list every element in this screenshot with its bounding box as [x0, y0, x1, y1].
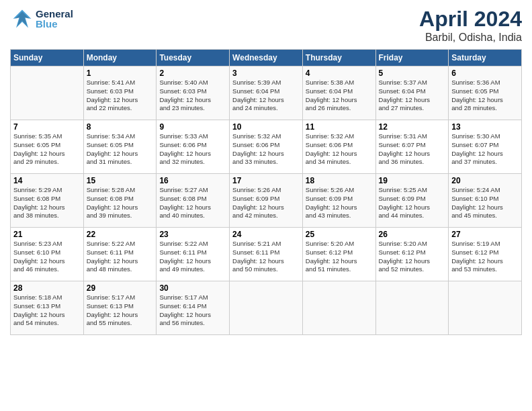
logo-label: General Blue — [36, 9, 73, 29]
day-number: 13 — [451, 122, 519, 132]
calendar-cell: 7Sunrise: 5:35 AM Sunset: 6:05 PM Daylig… — [11, 120, 84, 174]
day-info: Sunrise: 5:30 AM Sunset: 6:07 PM Dayligh… — [451, 132, 519, 167]
calendar-cell — [230, 281, 303, 335]
logo-general-text: General — [36, 9, 73, 19]
calendar-cell: 27Sunrise: 5:19 AM Sunset: 6:12 PM Dayli… — [449, 228, 522, 281]
day-info: Sunrise: 5:21 AM Sunset: 6:11 PM Dayligh… — [232, 240, 300, 274]
calendar-table: SundayMondayTuesdayWednesdayThursdayFrid… — [10, 49, 522, 335]
calendar-cell: 22Sunrise: 5:22 AM Sunset: 6:11 PM Dayli… — [83, 228, 157, 281]
calendar-cell: 28Sunrise: 5:18 AM Sunset: 6:13 PM Dayli… — [11, 281, 84, 335]
weekday-header-monday: Monday — [83, 50, 157, 66]
weekday-header-thursday: Thursday — [302, 50, 375, 66]
day-info: Sunrise: 5:25 AM Sunset: 6:09 PM Dayligh… — [379, 186, 446, 220]
day-number: 7 — [13, 122, 81, 132]
calendar-cell — [302, 281, 375, 335]
calendar-cell: 30Sunrise: 5:17 AM Sunset: 6:14 PM Dayli… — [157, 281, 230, 335]
day-info: Sunrise: 5:31 AM Sunset: 6:07 PM Dayligh… — [379, 132, 446, 167]
calendar-cell: 15Sunrise: 5:28 AM Sunset: 6:08 PM Dayli… — [83, 174, 157, 228]
calendar-cell: 14Sunrise: 5:29 AM Sunset: 6:08 PM Dayli… — [11, 174, 84, 228]
day-number: 29 — [87, 283, 154, 293]
day-number: 17 — [232, 176, 300, 185]
day-info: Sunrise: 5:35 AM Sunset: 6:05 PM Dayligh… — [13, 132, 81, 167]
day-number: 23 — [159, 230, 226, 239]
day-info: Sunrise: 5:24 AM Sunset: 6:10 PM Dayligh… — [451, 186, 519, 220]
day-info: Sunrise: 5:32 AM Sunset: 6:06 PM Dayligh… — [306, 132, 373, 167]
calendar-cell: 24Sunrise: 5:21 AM Sunset: 6:11 PM Dayli… — [230, 228, 303, 281]
month-title: April 2024 — [419, 7, 522, 32]
day-number: 27 — [451, 230, 519, 239]
day-number: 9 — [159, 122, 226, 132]
day-number: 26 — [379, 230, 446, 239]
day-info: Sunrise: 5:37 AM Sunset: 6:04 PM Dayligh… — [379, 79, 446, 113]
week-row-2: 7Sunrise: 5:35 AM Sunset: 6:05 PM Daylig… — [11, 120, 522, 174]
day-info: Sunrise: 5:33 AM Sunset: 6:06 PM Dayligh… — [159, 132, 226, 167]
day-info: Sunrise: 5:22 AM Sunset: 6:11 PM Dayligh… — [87, 240, 154, 274]
day-number: 19 — [379, 176, 446, 185]
weekday-header-sunday: Sunday — [11, 50, 84, 66]
calendar-cell: 8Sunrise: 5:34 AM Sunset: 6:05 PM Daylig… — [83, 120, 157, 174]
week-row-4: 21Sunrise: 5:23 AM Sunset: 6:10 PM Dayli… — [11, 228, 522, 281]
calendar-cell — [375, 281, 449, 335]
day-info: Sunrise: 5:39 AM Sunset: 6:04 PM Dayligh… — [232, 79, 300, 113]
day-number: 1 — [87, 68, 154, 78]
calendar-cell: 19Sunrise: 5:25 AM Sunset: 6:09 PM Dayli… — [375, 174, 449, 228]
day-info: Sunrise: 5:26 AM Sunset: 6:09 PM Dayligh… — [306, 186, 373, 220]
logo: General Blue — [10, 7, 73, 31]
calendar-cell: 5Sunrise: 5:37 AM Sunset: 6:04 PM Daylig… — [375, 66, 449, 120]
calendar-cell: 17Sunrise: 5:26 AM Sunset: 6:09 PM Dayli… — [230, 174, 303, 228]
calendar-cell: 4Sunrise: 5:38 AM Sunset: 6:04 PM Daylig… — [302, 66, 375, 120]
day-info: Sunrise: 5:29 AM Sunset: 6:08 PM Dayligh… — [13, 186, 81, 220]
day-info: Sunrise: 5:18 AM Sunset: 6:13 PM Dayligh… — [13, 293, 81, 328]
logo-blue-text: Blue — [36, 19, 73, 29]
weekday-header-wednesday: Wednesday — [230, 50, 303, 66]
calendar-cell: 18Sunrise: 5:26 AM Sunset: 6:09 PM Dayli… — [302, 174, 375, 228]
day-number: 30 — [159, 283, 226, 293]
day-info: Sunrise: 5:23 AM Sunset: 6:10 PM Dayligh… — [13, 240, 81, 274]
calendar-cell: 26Sunrise: 5:20 AM Sunset: 6:12 PM Dayli… — [375, 228, 449, 281]
calendar-cell: 25Sunrise: 5:20 AM Sunset: 6:12 PM Dayli… — [302, 228, 375, 281]
calendar-cell: 16Sunrise: 5:27 AM Sunset: 6:08 PM Dayli… — [157, 174, 230, 228]
calendar-cell: 9Sunrise: 5:33 AM Sunset: 6:06 PM Daylig… — [157, 120, 230, 174]
day-info: Sunrise: 5:34 AM Sunset: 6:05 PM Dayligh… — [87, 132, 154, 167]
day-number: 28 — [13, 283, 81, 293]
day-number: 15 — [87, 176, 154, 185]
day-info: Sunrise: 5:19 AM Sunset: 6:12 PM Dayligh… — [451, 240, 519, 274]
day-info: Sunrise: 5:28 AM Sunset: 6:08 PM Dayligh… — [87, 186, 154, 220]
subtitle: Barbil, Odisha, India — [419, 32, 522, 44]
calendar-cell: 2Sunrise: 5:40 AM Sunset: 6:03 PM Daylig… — [157, 66, 230, 120]
day-info: Sunrise: 5:20 AM Sunset: 6:12 PM Dayligh… — [306, 240, 373, 274]
svg-marker-1 — [15, 11, 30, 26]
day-number: 6 — [451, 68, 519, 78]
day-number: 11 — [306, 122, 373, 132]
day-info: Sunrise: 5:20 AM Sunset: 6:12 PM Dayligh… — [379, 240, 446, 274]
day-number: 16 — [159, 176, 226, 185]
weekday-header-saturday: Saturday — [449, 50, 522, 66]
weekday-header-tuesday: Tuesday — [157, 50, 230, 66]
week-row-1: 1Sunrise: 5:41 AM Sunset: 6:03 PM Daylig… — [11, 66, 522, 120]
day-number: 8 — [87, 122, 154, 132]
calendar-cell: 10Sunrise: 5:32 AM Sunset: 6:06 PM Dayli… — [230, 120, 303, 174]
day-info: Sunrise: 5:26 AM Sunset: 6:09 PM Dayligh… — [232, 186, 300, 220]
calendar-cell: 6Sunrise: 5:36 AM Sunset: 6:05 PM Daylig… — [449, 66, 522, 120]
calendar-cell: 20Sunrise: 5:24 AM Sunset: 6:10 PM Dayli… — [449, 174, 522, 228]
calendar-cell: 29Sunrise: 5:17 AM Sunset: 6:13 PM Dayli… — [83, 281, 157, 335]
calendar-cell: 12Sunrise: 5:31 AM Sunset: 6:07 PM Dayli… — [375, 120, 449, 174]
day-number: 12 — [379, 122, 446, 132]
day-number: 25 — [306, 230, 373, 239]
day-number: 14 — [13, 176, 81, 185]
calendar-cell: 1Sunrise: 5:41 AM Sunset: 6:03 PM Daylig… — [83, 66, 157, 120]
day-number: 3 — [232, 68, 300, 78]
calendar-cell: 23Sunrise: 5:22 AM Sunset: 6:11 PM Dayli… — [157, 228, 230, 281]
logo-icon — [10, 7, 34, 31]
day-info: Sunrise: 5:22 AM Sunset: 6:11 PM Dayligh… — [159, 240, 226, 274]
day-number: 5 — [379, 68, 446, 78]
calendar-cell: 11Sunrise: 5:32 AM Sunset: 6:06 PM Dayli… — [302, 120, 375, 174]
day-info: Sunrise: 5:17 AM Sunset: 6:14 PM Dayligh… — [159, 293, 226, 328]
day-info: Sunrise: 5:17 AM Sunset: 6:13 PM Dayligh… — [87, 293, 154, 328]
day-number: 21 — [13, 230, 81, 239]
day-number: 22 — [87, 230, 154, 239]
calendar-cell — [11, 66, 84, 120]
day-number: 4 — [306, 68, 373, 78]
day-number: 20 — [451, 176, 519, 185]
header: General Blue April 2024 Barbil, Odisha, … — [10, 7, 522, 44]
